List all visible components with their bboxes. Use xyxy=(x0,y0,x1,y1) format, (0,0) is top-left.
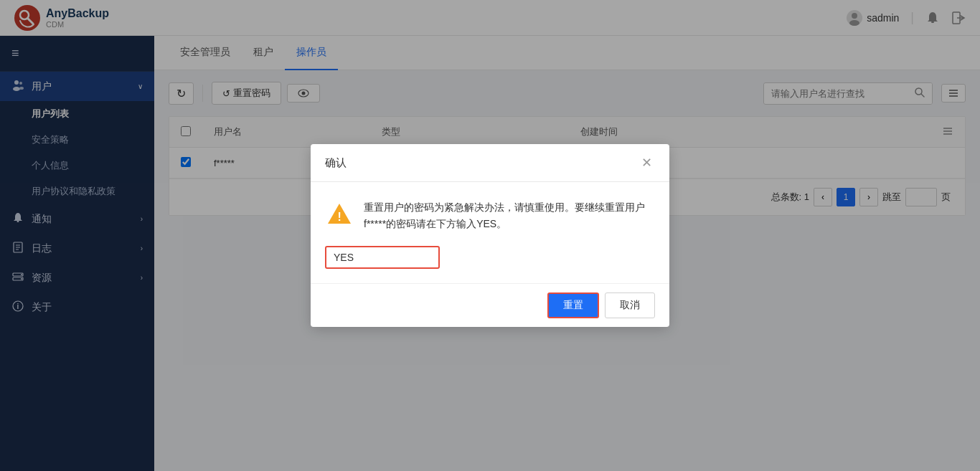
modal-overlay: 确认 ✕ ! 重置用户的密码为紧急解决办法，请慎重使用。要继续重置用户 f***… xyxy=(0,0,980,471)
dialog-input-row xyxy=(325,246,655,269)
dialog-close-button[interactable]: ✕ xyxy=(638,154,655,171)
warning-icon: ! xyxy=(325,199,354,228)
dialog-header: 确认 ✕ xyxy=(311,144,669,182)
yes-confirmation-input[interactable] xyxy=(325,246,440,269)
dialog-message: ! 重置用户的密码为紧急解决办法，请慎重使用。要继续重置用户 f*****的密码… xyxy=(325,199,655,232)
dialog-text-block: 重置用户的密码为紧急解决办法，请慎重使用。要继续重置用户 f*****的密码请在… xyxy=(364,199,645,232)
confirm-dialog: 确认 ✕ ! 重置用户的密码为紧急解决办法，请慎重使用。要继续重置用户 f***… xyxy=(311,144,669,327)
dialog-message-line1: 重置用户的密码为紧急解决办法，请慎重使用。要继续重置用户 xyxy=(364,199,645,215)
dialog-message-line2: f*****的密码请在下方输入YES。 xyxy=(364,216,645,232)
dialog-footer: 重置 取消 xyxy=(311,283,669,327)
cancel-button[interactable]: 取消 xyxy=(605,292,655,318)
svg-text:!: ! xyxy=(338,211,341,223)
dialog-body: ! 重置用户的密码为紧急解决办法，请慎重使用。要继续重置用户 f*****的密码… xyxy=(311,182,669,283)
reset-confirm-button[interactable]: 重置 xyxy=(547,292,599,318)
dialog-title: 确认 xyxy=(325,156,347,170)
